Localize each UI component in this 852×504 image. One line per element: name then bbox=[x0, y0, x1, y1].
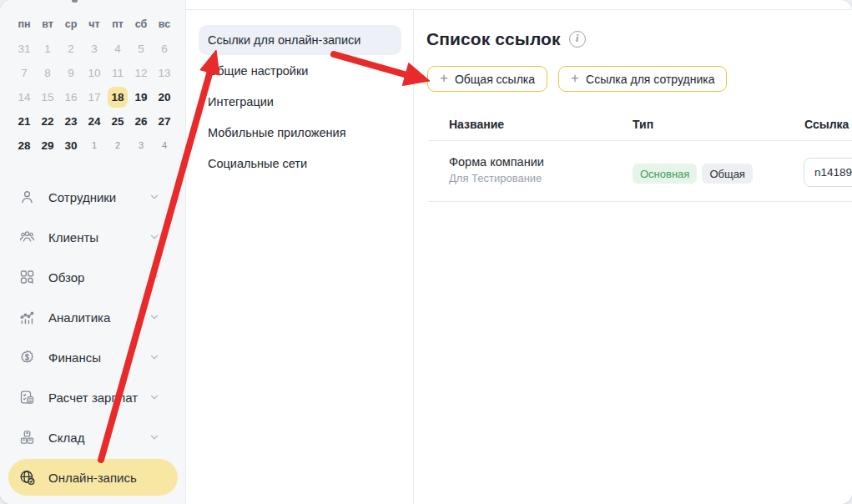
calendar-day[interactable]: 17 bbox=[83, 85, 106, 109]
calendar-day[interactable]: 28 bbox=[13, 134, 36, 158]
calendar-day[interactable]: 12 bbox=[129, 61, 153, 85]
calendar-day[interactable]: 20 bbox=[153, 85, 176, 109]
calendar-day[interactable]: 4 bbox=[153, 134, 176, 158]
chevron-down-icon bbox=[149, 271, 160, 283]
calendar-day[interactable]: 1 bbox=[36, 37, 59, 61]
settings-nav-item-mobile-apps[interactable]: Мобильные приложения bbox=[199, 118, 401, 148]
chevron-down-icon bbox=[149, 231, 160, 243]
calendar-day[interactable]: 3 bbox=[129, 134, 153, 158]
calendar-day[interactable]: 29 bbox=[36, 134, 59, 158]
sidebar-item-warehouse[interactable]: Склад bbox=[0, 417, 186, 457]
page-title: Список ссылок bbox=[426, 29, 561, 49]
sidebar-item-label: Аналитика bbox=[48, 310, 110, 325]
sidebar-item-payroll[interactable]: Расчет зарплат bbox=[0, 377, 186, 417]
link-url-field[interactable]: n141891 bbox=[804, 158, 852, 187]
sidebar-item-label: Финансы bbox=[48, 350, 101, 365]
weekday-label: пн bbox=[13, 13, 36, 37]
link-name: Форма компании bbox=[449, 155, 544, 169]
link-name-cell: Форма компании Для Тестирование bbox=[449, 155, 544, 184]
settings-nav-item-integrations[interactable]: Интеграции bbox=[199, 87, 401, 117]
link-subtitle: Для Тестирование bbox=[449, 172, 544, 184]
status-badge-primary: Основная bbox=[633, 164, 697, 184]
calendar-day[interactable]: 10 bbox=[83, 61, 106, 85]
calendar-day[interactable]: 9 bbox=[59, 61, 83, 85]
sidebar: пн вт ср чт пт сб вс 31 1 2 3 4 5 6 7 8 … bbox=[0, 0, 186, 504]
settings-nav-panel: Ссылки для онлайн-записи Общие настройки… bbox=[186, 10, 414, 504]
sidebar-item-label: Онлайн-запись bbox=[48, 471, 137, 485]
calendar-day[interactable]: 14 bbox=[13, 85, 36, 109]
finance-icon bbox=[18, 349, 36, 366]
plus-icon: + bbox=[440, 70, 448, 87]
people-icon bbox=[18, 229, 36, 246]
settings-nav-item-booking-links[interactable]: Ссылки для онлайн-записи bbox=[199, 25, 401, 55]
weekday-label: ср bbox=[59, 13, 83, 37]
overview-grid-icon bbox=[18, 269, 36, 286]
calendar-day[interactable]: 7 bbox=[13, 61, 36, 85]
sidebar-item-online-booking[interactable]: Онлайн-запись bbox=[0, 457, 186, 497]
column-header-type: Тип bbox=[633, 118, 653, 131]
sidebar-item-label: Сотрудники bbox=[48, 190, 116, 204]
warehouse-icon bbox=[18, 429, 36, 446]
mini-calendar: пн вт ср чт пт сб вс 31 1 2 3 4 5 6 7 8 … bbox=[13, 13, 176, 158]
calendar-day[interactable]: 3 bbox=[83, 37, 106, 61]
table-header-divider bbox=[428, 140, 852, 141]
sidebar-item-clients[interactable]: Клиенты bbox=[0, 217, 186, 257]
app-window: пн вт ср чт пт сб вс 31 1 2 3 4 5 6 7 8 … bbox=[0, 0, 852, 504]
calendar-day-today[interactable]: 18 bbox=[108, 87, 128, 108]
sidebar-item-overview[interactable]: Обзор bbox=[0, 257, 186, 297]
calendar-day[interactable]: 19 bbox=[129, 85, 153, 109]
sidebar-item-label: Склад bbox=[48, 431, 84, 445]
column-header-name: Название bbox=[449, 118, 504, 131]
weekday-label: вт bbox=[36, 13, 59, 37]
settings-nav-item-general[interactable]: Общие настройки bbox=[199, 56, 401, 86]
sidebar-item-label: Клиенты bbox=[48, 230, 98, 244]
calendar-day[interactable]: 15 bbox=[36, 85, 59, 109]
calendar-day[interactable]: 13 bbox=[153, 61, 176, 85]
analytics-icon bbox=[18, 309, 36, 326]
clipped-element-dash bbox=[72, 0, 78, 3]
calendar-day[interactable]: 24 bbox=[83, 109, 106, 134]
globe-check-icon bbox=[18, 469, 36, 486]
calendar-day[interactable]: 25 bbox=[106, 109, 129, 134]
calendar-day[interactable]: 11 bbox=[106, 61, 129, 85]
weekday-label: чт bbox=[83, 13, 106, 37]
calendar-day[interactable]: 5 bbox=[129, 37, 153, 61]
sidebar-item-analytics[interactable]: Аналитика bbox=[0, 297, 186, 337]
add-employee-link-button[interactable]: + Ссылка для сотрудника bbox=[558, 66, 727, 92]
chevron-down-icon bbox=[149, 391, 160, 403]
calendar-day[interactable]: 23 bbox=[59, 109, 83, 134]
chevron-down-icon bbox=[149, 311, 160, 323]
table-row-divider bbox=[428, 201, 852, 202]
status-badge-general: Общая bbox=[702, 164, 753, 184]
add-general-link-button[interactable]: + Общая ссылка bbox=[427, 66, 547, 92]
calendar-day[interactable]: 26 bbox=[129, 109, 153, 134]
calendar-day[interactable]: 1 bbox=[83, 134, 106, 158]
calendar-day[interactable]: 6 bbox=[153, 37, 176, 61]
calendar-day[interactable]: 8 bbox=[36, 61, 59, 85]
sidebar-item-finances[interactable]: Финансы bbox=[0, 337, 186, 377]
chevron-down-icon bbox=[149, 191, 160, 203]
calendar-day[interactable]: 16 bbox=[59, 85, 83, 109]
calendar-day[interactable]: 27 bbox=[153, 109, 176, 134]
calendar-day[interactable]: 22 bbox=[36, 109, 59, 134]
sidebar-menu: Сотрудники Клиенты bbox=[0, 177, 186, 497]
button-label: Ссылка для сотрудника bbox=[586, 73, 714, 86]
settings-nav-item-social[interactable]: Социальные сети bbox=[199, 149, 401, 179]
calendar-day[interactable]: 2 bbox=[59, 37, 83, 61]
sidebar-item-label: Расчет зарплат bbox=[48, 391, 138, 405]
column-header-link: Ссылка bbox=[804, 118, 849, 131]
weekday-label: сб bbox=[129, 13, 153, 37]
sidebar-item-employees[interactable]: Сотрудники bbox=[0, 177, 186, 217]
chevron-down-icon bbox=[149, 431, 160, 443]
sidebar-item-label: Обзор bbox=[48, 270, 84, 285]
calendar-day[interactable]: 4 bbox=[106, 37, 129, 61]
info-icon[interactable]: i bbox=[569, 31, 586, 48]
type-badges: Основная Общая bbox=[633, 164, 753, 184]
button-label: Общая ссылка bbox=[455, 73, 535, 86]
calendar-day[interactable]: 2 bbox=[106, 134, 129, 158]
calendar-day[interactable]: 21 bbox=[13, 109, 36, 134]
payroll-icon bbox=[18, 389, 36, 406]
calendar-day[interactable]: 30 bbox=[59, 134, 83, 158]
person-icon bbox=[18, 189, 36, 206]
calendar-day[interactable]: 31 bbox=[13, 37, 36, 61]
